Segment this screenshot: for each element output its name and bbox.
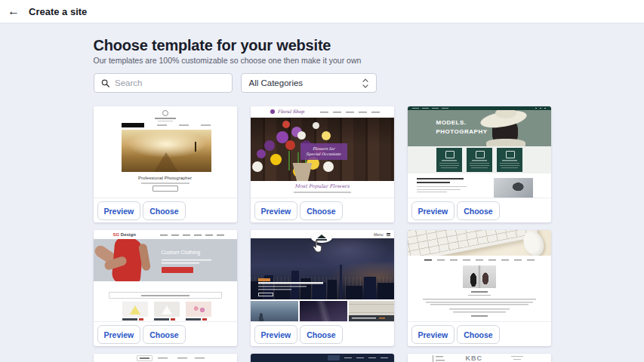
keyboard (408, 230, 539, 256)
floral-logo-mark (270, 109, 275, 114)
hero-overlay-line2: Special Occasions (300, 152, 347, 157)
section-subtext-placeholder (294, 192, 351, 193)
template-card-tabbed-partial (94, 354, 237, 362)
tabs-placeholder (158, 357, 205, 359)
template-card-office-keyboard: Preview Choose (408, 230, 551, 346)
hero-overlay-line1: Flowers for (300, 146, 347, 152)
hero-title-line1: MODELS. (436, 119, 467, 126)
main-content: Choose template for your website Our tem… (94, 37, 551, 362)
search-icon (101, 78, 110, 88)
preview-button[interactable]: Preview (411, 325, 455, 344)
hero-photo-tulips: Flowers for Special Occasions (251, 118, 394, 181)
search-input[interactable] (115, 78, 224, 87)
flower (285, 140, 295, 150)
template-thumbnail[interactable]: Floral Shop (251, 106, 394, 198)
nav-links-placeholder (412, 108, 458, 109)
preview-button[interactable]: Preview (97, 201, 141, 220)
feature-tile-camera (436, 148, 462, 172)
choose-button[interactable]: Choose (143, 201, 186, 220)
search-box[interactable] (94, 73, 233, 93)
choose-button[interactable]: Choose (300, 201, 343, 220)
flower (252, 161, 263, 172)
cta-button-placeholder (153, 186, 178, 192)
section-heading: Choose template for your website (94, 37, 551, 54)
template-thumbnail[interactable] (251, 354, 394, 362)
template-card-navy-partial (251, 354, 394, 362)
section-title-script: Most Popular Flowers (251, 183, 394, 189)
choose-button[interactable]: Choose (143, 325, 186, 344)
social-icons-placeholder (535, 108, 547, 109)
template-grid: Professional Photographer Preview Choose… (94, 106, 551, 362)
nav-links-placeholder (344, 357, 388, 359)
mouse-cursor-hand (313, 240, 322, 253)
site-logo-subtext-placeholder (158, 121, 173, 122)
nav-links-placeholder (160, 235, 226, 236)
choose-button[interactable]: Choose (457, 325, 500, 344)
category-selected-value: All Categories (249, 78, 304, 87)
product-tile-accessories (186, 302, 211, 317)
template-card-sg-design: SG Design Custom Clothing (94, 230, 237, 346)
floral-logo-text: Floral Shop (278, 109, 304, 114)
article-subheading-placeholder (468, 295, 491, 296)
read-more-button-placeholder (258, 293, 273, 296)
choose-button[interactable]: Choose (300, 325, 343, 344)
top-app-bar: ← Create a site (0, 0, 644, 23)
header-photo-desk (408, 230, 551, 256)
template-card-kbc-partial: KBC (408, 354, 551, 362)
template-card-photographer: Professional Photographer Preview Choose (94, 106, 237, 222)
site-logo-text-placeholder (155, 118, 176, 119)
article-image (494, 178, 533, 198)
yellow-dress-shape (130, 305, 140, 314)
choose-button[interactable]: Choose (457, 201, 500, 220)
back-arrow-icon[interactable]: ← (8, 5, 23, 17)
flower (270, 154, 282, 165)
sg-logo: SG Design (113, 232, 136, 237)
flower (323, 161, 334, 172)
template-thumbnail[interactable] (94, 354, 237, 362)
feature-tile-video (467, 148, 492, 172)
hero-title: Custom Clothing (162, 250, 201, 255)
page-title: Create a site (29, 6, 87, 17)
subtitle-placeholder (141, 183, 190, 184)
product-labels-placeholder (122, 318, 211, 321)
preview-button[interactable]: Preview (254, 201, 298, 220)
template-thumbnail[interactable]: KBC (408, 354, 551, 362)
template-card-models-photography: MODELS. PHOTOGRAPHY Preview Choose (408, 106, 551, 222)
flower (264, 140, 275, 151)
category-select[interactable]: All Categories (241, 73, 377, 93)
card-actions: Preview Choose (94, 321, 237, 346)
article-byline-placeholder (471, 315, 488, 317)
article-photo-office (463, 265, 496, 288)
white-dress-shape (162, 305, 172, 314)
preview-button[interactable]: Preview (254, 325, 298, 344)
sidebar-divider (433, 355, 433, 362)
preview-button[interactable]: Preview (97, 325, 141, 344)
article-paragraph-placeholder (423, 299, 536, 306)
template-title: Professional Photographer (94, 176, 237, 180)
card-actions: Preview Choose (251, 198, 394, 222)
preview-button[interactable]: Preview (411, 201, 455, 220)
nav-links-placeholder (320, 112, 384, 113)
nav-links-placeholder (424, 259, 535, 261)
tile-caption-text-placeholder (352, 318, 385, 319)
sg-logo-rest: Design (119, 232, 136, 237)
article-paragraph2-placeholder (449, 308, 510, 313)
tile-statue-of-liberty (251, 301, 298, 321)
flower (257, 149, 266, 158)
flower (313, 122, 319, 129)
model-shoulders (486, 139, 525, 146)
template-thumbnail[interactable]: Professional Photographer (94, 106, 237, 198)
collection-banner-text-placeholder (141, 295, 190, 296)
template-thumbnail[interactable]: SG Design Custom Clothing (94, 230, 237, 321)
template-thumbnail[interactable]: MODELS. PHOTOGRAPHY (408, 106, 551, 198)
template-thumbnail[interactable] (408, 230, 551, 321)
feature-tile-photo (497, 148, 522, 172)
hero-photo-sunset-field (122, 130, 211, 172)
nav-tab-highlight (328, 355, 340, 360)
section-subheading: Our templates are 100% customizable so c… (94, 56, 551, 65)
flower (322, 131, 331, 140)
header-right-placeholder (511, 356, 523, 360)
hero-cta-button (162, 267, 193, 273)
kbc-logo: KBC (466, 354, 483, 362)
filter-row: All Categories (94, 73, 551, 93)
